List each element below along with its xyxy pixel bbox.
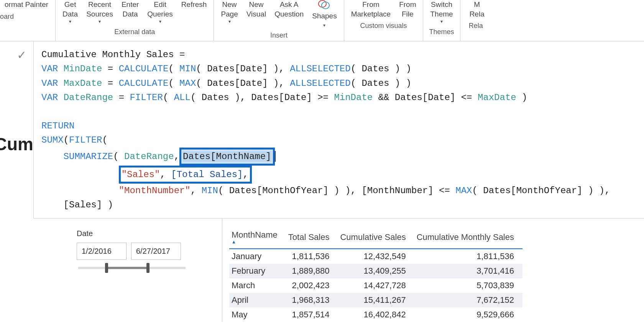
- shapes-icon: [318, 0, 330, 10]
- col-dates-monthofyear: Dates[MonthOfYear]: [229, 186, 329, 196]
- slicer-caption: Date: [77, 229, 222, 238]
- ribbon-group-custom-visuals: Custom visuals: [360, 22, 407, 30]
- slicer-slider-fill: [105, 267, 147, 269]
- enter-data-label: Enter Data: [122, 0, 139, 19]
- cell-month: March: [229, 278, 286, 293]
- cell-total: 1,968,313: [286, 293, 338, 307]
- fn-calculate2: CALCULATE: [119, 78, 169, 89]
- new-page-button[interactable]: New Page▾: [221, 0, 238, 25]
- slicer-handle-start[interactable]: [105, 263, 108, 273]
- slicer-handle-end[interactable]: [146, 263, 150, 273]
- format-painter-label: ormat Painter: [5, 0, 48, 10]
- highlight-sales-totalsales: "Sales", [Total Sales],: [119, 166, 252, 184]
- new-visual-button[interactable]: New Visual: [246, 0, 266, 19]
- ribbon-group-external-data: External data: [114, 28, 155, 36]
- cell-total: 1,857,514: [286, 307, 338, 322]
- col-header-monthname-label: MonthName: [232, 230, 278, 240]
- cell-total: 1,889,880: [286, 264, 338, 278]
- visual-title-left: Cum: [0, 69, 33, 154]
- from-marketplace-label: From Marketplace: [351, 0, 391, 19]
- cell-cum: 14,427,728: [338, 278, 414, 293]
- tbl-dates3: Dates: [202, 92, 229, 103]
- from-file-label: From File: [399, 0, 416, 19]
- cell-month: May: [229, 307, 286, 322]
- col-header-cumulative-monthly-sales[interactable]: Cumulative Monthly Sales: [414, 228, 522, 249]
- measure-total-sales: [Total Sales]: [171, 169, 243, 180]
- slicer-slider[interactable]: [78, 267, 186, 269]
- enter-data-button[interactable]: Enter Data: [122, 0, 139, 19]
- col-dates-monthofyear2: Dates[MonthOfYear]: [483, 186, 582, 196]
- kw-return: RETURN: [41, 121, 74, 131]
- table-row[interactable]: May1,857,51416,402,8429,529,666: [229, 307, 522, 322]
- col-header-monthname[interactable]: MonthName▲: [229, 228, 286, 249]
- date-slicer[interactable]: Date 1/2/2016 6/27/2017: [0, 218, 222, 322]
- fn-summarize: SUMMARIZE: [64, 151, 113, 162]
- tbl-dates2: Dates: [361, 78, 389, 89]
- get-data-button[interactable]: Get Data▾: [62, 0, 78, 25]
- from-marketplace-button[interactable]: From Marketplace: [351, 0, 391, 19]
- cell-total: 1,811,536: [286, 249, 338, 264]
- results-table[interactable]: MonthName▲ Total Sales Cumulative Sales …: [229, 228, 522, 322]
- refresh-button[interactable]: Refresh: [181, 0, 207, 10]
- from-file-button[interactable]: From File: [399, 0, 416, 19]
- cell-cum: 12,432,549: [338, 249, 414, 264]
- text-cursor: [275, 151, 276, 162]
- refresh-label: Refresh: [181, 0, 207, 10]
- cell-cms: 3,701,416: [414, 264, 522, 278]
- col-header-cumulative-sales[interactable]: Cumulative Sales: [338, 228, 414, 249]
- col-dates-date: Dates[Date]: [207, 64, 268, 74]
- ref-maxdate: MaxDate: [478, 92, 516, 103]
- tbl-dates: Dates: [361, 64, 389, 74]
- recent-sources-label: Recent Sources: [86, 0, 113, 19]
- cell-cms: 9,529,666: [414, 307, 522, 322]
- cell-month: February: [229, 264, 286, 278]
- fn-filter: FILTER: [130, 92, 163, 103]
- var-maxdate: MaxDate: [64, 78, 102, 89]
- slicer-end-date[interactable]: 6/27/2017: [131, 243, 181, 260]
- ask-a-question-button[interactable]: Ask A Question: [274, 0, 304, 19]
- formula-left-margin: ✓ Cum: [0, 41, 34, 218]
- var-daterange: DateRange: [64, 92, 113, 103]
- ribbon-group-insert: Insert: [270, 31, 288, 39]
- cell-cum: 13,409,255: [338, 264, 414, 278]
- recent-sources-button[interactable]: Recent Sources▾: [86, 0, 113, 25]
- formula-bar[interactable]: Cumulative Monthly Sales = VAR MinDate =…: [34, 41, 644, 218]
- cell-month: April: [229, 293, 286, 307]
- table-row[interactable]: April1,968,31315,411,2677,672,152: [229, 293, 522, 307]
- ref-daterange: DateRange: [124, 151, 174, 162]
- ask-a-question-label: Ask A Question: [274, 0, 304, 19]
- col-dates-date4: Dates[Date]: [395, 92, 455, 103]
- fn-min2: MIN: [202, 186, 218, 196]
- cell-cms: 5,703,839: [414, 278, 522, 293]
- manage-relationships-button[interactable]: M Rela: [467, 0, 485, 19]
- format-painter-button[interactable]: ormat Painter: [2, 0, 48, 10]
- cell-total: 2,002,423: [286, 278, 338, 293]
- cell-month: January: [229, 249, 286, 264]
- ribbon-group-themes: Themes: [429, 28, 454, 36]
- col-dates-date2: Dates[Date]: [207, 78, 268, 89]
- table-row[interactable]: January1,811,53612,432,5491,811,536: [229, 249, 522, 264]
- slicer-start-date[interactable]: 1/2/2016: [77, 243, 127, 260]
- col-dates-monthname: Dates[MonthName]: [183, 151, 271, 162]
- table-row[interactable]: February1,889,88013,409,2553,701,416: [229, 264, 522, 278]
- shapes-button[interactable]: Shapes▾: [312, 0, 337, 28]
- cell-cms: 7,672,152: [414, 293, 522, 307]
- ribbon-group-clipboard: oard: [0, 13, 14, 21]
- switch-theme-button[interactable]: Switch Theme▾: [430, 0, 453, 25]
- cell-cum: 16,402,842: [338, 307, 414, 322]
- sort-ascending-icon: ▲: [232, 239, 278, 245]
- str-monthnumber: "MonthNumber": [119, 186, 191, 196]
- cell-cms: 1,811,536: [414, 249, 522, 264]
- table-row[interactable]: March2,002,42314,427,7285,703,839: [229, 278, 522, 293]
- col-header-total-sales[interactable]: Total Sales: [286, 228, 338, 249]
- kw-var3: VAR: [41, 92, 58, 103]
- var-mindate: MinDate: [64, 64, 102, 74]
- new-page-label: New Page: [221, 0, 238, 19]
- commit-checkmark-icon[interactable]: ✓: [17, 41, 33, 69]
- highlight-dates-monthname: Dates[MonthName]: [179, 148, 274, 166]
- ribbon-group-relationships: Rela: [469, 22, 483, 30]
- edit-queries-button[interactable]: Edit Queries▾: [147, 0, 173, 25]
- fn-all: ALL: [174, 92, 191, 103]
- kw-var2: VAR: [41, 78, 58, 89]
- fn-sumx: SUMX: [41, 135, 64, 145]
